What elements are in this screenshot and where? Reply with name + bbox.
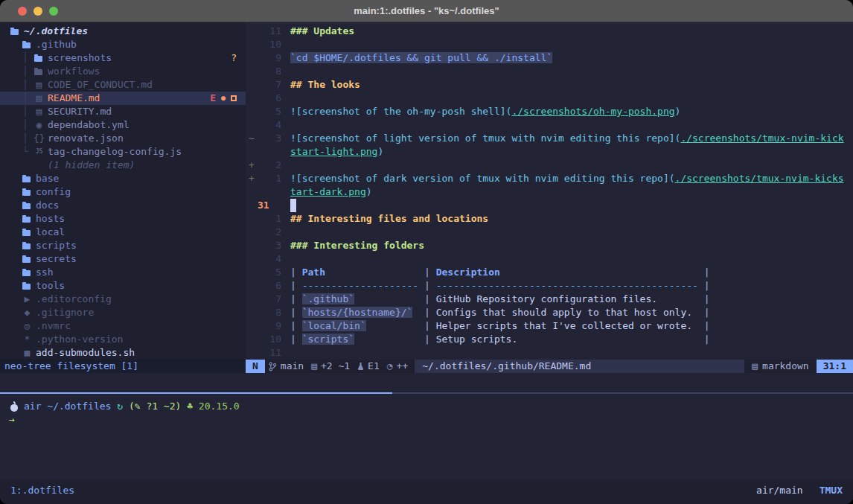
flask-icon: [357, 362, 364, 371]
tree-item-readme-md[interactable]: │ ▤README.mdE●: [0, 92, 246, 105]
vim-cmdline: [0, 373, 853, 392]
tree-item-workflows[interactable]: │ workflows: [0, 65, 246, 78]
folder-icon: [22, 203, 31, 209]
folder-icon: [22, 257, 31, 263]
tree-item-label: base: [36, 172, 59, 185]
editor-line[interactable]: 5| Path | Description |: [246, 266, 853, 279]
line-number: 6: [256, 92, 281, 105]
tree-item--dotfiles[interactable]: ~/.dotfiles: [0, 25, 246, 38]
gutter-sign: [246, 145, 256, 159]
file-path: ~/.dotfiles/.github/README.md: [415, 360, 744, 373]
node-version: 20.15.0: [199, 400, 240, 413]
tmux-status-bar: 1:.dotfiles air/main TMUX: [0, 480, 853, 504]
tree-item-label: dependabot.yml: [48, 118, 130, 132]
editor-line[interactable]: ~3![screenshot of light version of tmux …: [246, 132, 853, 145]
tree-item--1-hidden-item-[interactable]: (1 hidden item): [0, 159, 246, 172]
tree-item-scripts[interactable]: scripts: [0, 239, 246, 252]
shell-pane[interactable]: air ~/.dotfiles ↻ (✎ ?1 ~2) ♣ 20.15.0 →: [0, 394, 853, 480]
tree-item--gitignore[interactable]: ◆.gitignore: [0, 306, 246, 319]
tree-item-add-submodules-sh[interactable]: ■add-submodules.sh: [0, 346, 246, 360]
editor-line[interactable]: 7| `.github` | GitHub Repository configu…: [246, 293, 853, 306]
tree-item-label: README.md: [48, 92, 100, 105]
vim-statusline: N main ▤ +2 ~1: [246, 360, 853, 373]
editor-line[interactable]: 7## The looks: [246, 78, 853, 92]
editor-line[interactable]: 5![screenshot of the oh-my-posh shell](.…: [246, 105, 853, 118]
editor-line[interactable]: 4: [246, 118, 853, 132]
editor-line[interactable]: 1## Interesting files and locations: [246, 212, 853, 226]
tree-item-config[interactable]: config: [0, 185, 246, 199]
line-number: 31: [256, 199, 281, 212]
editor-line[interactable]: 2: [246, 226, 853, 239]
line-number: 8: [256, 306, 281, 319]
editor-line[interactable]: 10: [246, 38, 853, 51]
tree-item-dependabot-yml[interactable]: │ ◉dependabot.yml: [0, 118, 246, 132]
editor-line[interactable]: 11: [246, 346, 853, 360]
tree-item-local[interactable]: local: [0, 226, 246, 239]
editor-line[interactable]: 9`cd $HOME/.dotfiles && git pull && ./in…: [246, 51, 853, 65]
neo-tree-sidebar[interactable]: ~/.dotfiles .github│ screenshots?│ workf…: [0, 22, 246, 373]
folder-icon: [34, 56, 42, 62]
tree-item-code-of-conduct-md[interactable]: │ ▤CODE_OF_CONDUCT.md: [0, 78, 246, 92]
editor-line[interactable]: start-light.png): [246, 145, 853, 159]
tree-item--nvmrc[interactable]: ◎.nvmrc: [0, 319, 246, 333]
shell-script-icon: ■: [22, 346, 32, 360]
editor-line[interactable]: 8| `hosts/{hostname}/` | Configs that sh…: [246, 306, 853, 319]
tree-item-label: config: [36, 185, 71, 199]
editor-line[interactable]: 6| -------------------- | --------------…: [246, 279, 853, 293]
editor-line[interactable]: 31: [246, 199, 853, 212]
line-number: 5: [256, 266, 281, 279]
editor-line[interactable]: 8: [246, 65, 853, 78]
tree-item-ssh[interactable]: ssh: [0, 266, 246, 279]
editor-pane[interactable]: 11### Updates109`cd $HOME/.dotfiles && g…: [246, 22, 853, 373]
folder-icon: [22, 217, 31, 223]
python-icon: *: [22, 333, 32, 346]
tree-item-tag-changelog-config-js[interactable]: └ JStag-changelog-config.js: [0, 145, 246, 159]
editor-line[interactable]: 9| `local/bin` | Helper scripts that I'v…: [246, 319, 853, 333]
gutter-sign: [246, 346, 256, 360]
tree-item-label: ~/.dotfiles: [24, 25, 88, 38]
editor-line[interactable]: 10| `scripts` | Setup scripts. |: [246, 333, 853, 346]
tree-item--github[interactable]: .github: [0, 38, 246, 51]
line-number: 4: [256, 252, 281, 266]
tree-item-security-md[interactable]: │ ▤SECURITY.md: [0, 105, 246, 118]
folder-icon: [22, 42, 31, 48]
tree-item-base[interactable]: base: [0, 172, 246, 185]
tree-item-tools[interactable]: tools: [0, 279, 246, 293]
tree-item-label: hosts: [36, 212, 65, 226]
gutter-sign: [246, 65, 256, 78]
tree-item-label: .editorconfig: [36, 293, 112, 306]
tmux-mode-label: TMUX: [820, 485, 843, 496]
tree-item--editorconfig[interactable]: ▶.editorconfig: [0, 293, 246, 306]
tree-item-label: .python-version: [36, 333, 123, 346]
tree-item--python-version[interactable]: *.python-version: [0, 333, 246, 346]
tree-item-renovate-json[interactable]: │ {}renovate.json: [0, 132, 246, 145]
editor-line[interactable]: 11### Updates: [246, 25, 853, 38]
titlebar[interactable]: main:1:.dotfiles - "ks~/.dotfiles": [0, 0, 853, 22]
tree-item-docs[interactable]: docs: [0, 199, 246, 212]
tmux-window-tab[interactable]: 1:.dotfiles: [10, 485, 74, 496]
file-tree: ~/.dotfiles .github│ screenshots?│ workf…: [0, 22, 246, 360]
tree-item-secrets[interactable]: secrets: [0, 252, 246, 266]
tree-item-hosts[interactable]: hosts: [0, 212, 246, 226]
gutter-sign: [246, 199, 256, 212]
editor-line[interactable]: 4: [246, 252, 853, 266]
line-number: 4: [256, 118, 281, 132]
line-number: 10: [256, 38, 281, 51]
folder-icon: [22, 243, 31, 249]
line-number: 7: [256, 78, 281, 92]
git-diff-counts: +2 ~1: [321, 360, 350, 373]
editor-line[interactable]: 6: [246, 92, 853, 105]
folder-icon: [22, 190, 31, 196]
editor-line[interactable]: +1![screenshot of dark version of tmux w…: [246, 172, 853, 185]
buffer-icon: ▤: [311, 360, 317, 373]
error-flag: E: [210, 92, 216, 105]
line-number: 9: [256, 51, 281, 65]
editor-line[interactable]: +2: [246, 159, 853, 172]
gutter-sign: [246, 185, 256, 199]
editor-line[interactable]: tart-dark.png): [246, 185, 853, 199]
node-icon: ◎: [22, 319, 32, 333]
terminal-content: ~/.dotfiles .github│ screenshots?│ workf…: [0, 22, 853, 504]
tree-item-screenshots[interactable]: │ screenshots?: [0, 51, 246, 65]
editor-line[interactable]: 3### Interesting folders: [246, 239, 853, 252]
gutter-sign: [246, 212, 256, 226]
